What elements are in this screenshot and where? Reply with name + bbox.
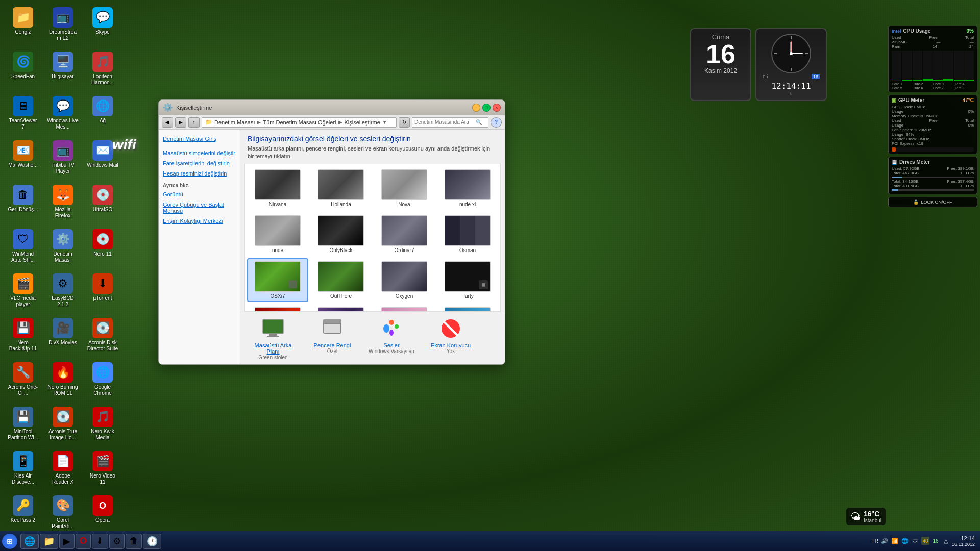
masaustu-icon [261,316,285,341]
theme-nova[interactable]: Nova [374,166,435,210]
icon-dreamstream[interactable]: 📺 DreamStream E2 [45,5,81,43]
sidebar-link-fare[interactable]: Fare işaretçilerini değiştirin [163,159,236,167]
footer-sesler[interactable]: Sesler Windows Varsayılan [366,316,417,360]
weather-widget: 🌤 16°C Istanbul [846,508,886,525]
sidebar-link-erisim[interactable]: Erişim Kolaylığı Merkezi [163,217,236,225]
search-input[interactable] [414,119,476,125]
tray-icon-2[interactable]: 📶 [891,537,899,545]
sidebar-link-gorev[interactable]: Görev Çubuğu ve Başlat Menüsü [163,201,236,215]
theme-outthere[interactable]: OutThere [310,258,372,302]
breadcrumb[interactable]: 📁 Denetim Masası ▶ Tüm Denetim Masası Öğ… [202,117,397,128]
tray-icon-notification[interactable]: 40 [921,537,929,545]
tray-icon-temp[interactable]: 16 [932,537,940,545]
icon-winmend[interactable]: 🛡 WinMend Auto Shi... [5,227,41,265]
theme-thumbnail-oxygen [381,261,427,292]
taskbar-weather[interactable]: 🌡 [92,534,108,549]
theme-pinkskull[interactable]: Pink Skull [374,304,435,312]
footer-pencere[interactable]: Pencere Rengi Özel [307,316,358,360]
icon-adobe[interactable]: 📄 Adobe Reader X [45,449,81,487]
icon-utorrent[interactable]: ⬇ µTorrent [85,271,120,310]
icon-mailwasher[interactable]: 📧 MailWashe... [5,138,41,177]
tray-icon-1[interactable]: 🔊 [880,537,889,545]
theme-nirvana[interactable]: Nirvana [247,166,308,210]
icon-firefox[interactable]: 🦊 Mozilla Firefox [45,183,81,221]
theme-pinkblack[interactable]: Pink & Black [310,304,372,312]
cpu-meter: Intel CPU Usage 0% Used Free Total 2325M… [888,26,977,92]
icon-divxmovies[interactable]: 🎥 DivX Movies [45,316,81,354]
icon-googlechrome[interactable]: 🌐 Google Chrome [85,360,120,398]
minimize-button[interactable]: − [472,104,480,112]
icon-nerobackup[interactable]: 💾 Nero BackItUp 11 [5,316,41,354]
theme-party[interactable]: ◼ Party [437,258,498,302]
help-button[interactable]: ? [491,117,502,128]
theme-nude[interactable]: nude [247,212,308,256]
icon-neroburing[interactable]: 🔥 Nero Burning ROM 11 [45,360,81,398]
icon-denetim[interactable]: ⚙️ Denetim Masası [45,227,81,265]
svg-rect-12 [267,336,279,337]
start-button[interactable]: ⊞ [2,534,17,549]
footer-ekran[interactable]: Ekran Koruyucu Yok [425,316,476,360]
back-button[interactable]: ◀ [162,117,173,128]
icon-ag[interactable]: 🌐 Ağ [85,94,120,132]
refresh-button[interactable]: ↻ [399,117,410,128]
icon-cengiz[interactable]: 📁 Cengiz [5,5,41,43]
sidebar-link-masaustu[interactable]: Masaüstü simgelerini değiştir [163,149,236,157]
tray-time: 12:14 16.11.2012 [952,535,975,548]
lock-widget[interactable]: 🔒 LOCK ON/OFF [888,197,977,207]
icon-minitool[interactable]: 💾 MiniTool Partition Wi... [5,405,41,443]
icon-easybcd[interactable]: ⚙ EasyBCD 2.1.2 [45,271,81,310]
tray-notif-expand[interactable]: △ [942,537,950,545]
theme-osxi7[interactable]: OSXi7 [247,258,308,302]
icon-nerokwik[interactable]: 🎵 Nero Kwik Media [85,405,120,443]
icon-corel[interactable]: 🎨 Corel PaintSh... [45,493,81,532]
icon-opera[interactable]: O Opera [85,493,120,532]
icon-skype[interactable]: 💬 Skype [85,5,120,43]
taskbar-explorer[interactable]: 📁 [40,534,58,549]
theme-osman[interactable]: Osman [437,212,498,256]
icon-speedfan[interactable]: 🌀 SpeedFan [5,49,41,88]
icon-vlc[interactable]: 🎬 VLC media player [5,271,41,310]
icon-keepass[interactable]: 🔑 KeePass 2 [5,493,41,532]
icon-acronistrue[interactable]: 💽 Acronis True Image Ho... [45,405,81,443]
icon-logitech[interactable]: 🎵 Logitech Harmon... [85,49,120,88]
theme-nudexl[interactable]: nude xl [437,166,498,210]
icon-kiesair[interactable]: 📱 Kies Air Discove... [5,449,41,487]
tray-icon-security[interactable]: 🛡 [911,537,919,545]
taskbar-tools[interactable]: ⚙ [109,534,125,549]
icon-bilgisayar[interactable]: 🖥️ Bilgisayar [45,49,81,88]
icon-teamviewer[interactable]: 🖥 TeamViewer 7 [5,94,41,132]
theme-ordinar7[interactable]: Ordinar7 [374,212,435,256]
tray-icon-network[interactable]: 🌐 [901,537,909,545]
sidebar-link-hesap[interactable]: Hesap resminizi değiştirin [163,169,236,178]
icon-windowslive[interactable]: 💬 Windows Live Mes... [45,94,81,132]
theme-pimpingred[interactable]: Pimping Red [247,304,308,312]
theme-pinkleo[interactable]: Pink-Leo [437,304,498,312]
taskbar-clock[interactable]: 🕐 [143,534,161,549]
taskbar-opera[interactable]: O [76,534,91,549]
theme-onlyblack[interactable]: OnlyBlack [310,212,372,256]
themes-container[interactable]: Nirvana Hollanda Nova nude xl [244,164,501,312]
maximize-button[interactable]: □ [482,104,491,112]
forward-button[interactable]: ▶ [175,117,186,128]
icon-nero11[interactable]: 💿 Nero 11 [85,227,120,265]
close-button[interactable]: × [493,104,501,112]
trash-taskbar-icon: 🗑 [129,536,138,546]
icon-geridonus[interactable]: 🗑 Geri Dönüş... [5,183,41,221]
footer-masaustu[interactable]: Masaüstü Arka Planı Green stolen [248,316,299,360]
icon-acronisoneclk[interactable]: 🔧 Acronis One-Cli... [5,360,41,398]
icon-ultraiso[interactable]: 💿 UltraISO [85,183,120,221]
icon-nerovideo[interactable]: 🎬 Nero Video 11 [85,449,120,487]
sidebar-link-denetim[interactable]: Denetim Masası Giriş [163,135,236,143]
icon-tribibu[interactable]: 📺 Tribibu TV Player [45,138,81,177]
icon-acronis[interactable]: 💽 Acronis Disk Director Suite [85,316,120,354]
search-bar[interactable]: 🔍 [412,117,488,128]
theme-hollanda[interactable]: Hollanda [310,166,372,210]
theme-oxygen[interactable]: Oxygen [374,258,435,302]
up-button[interactable]: ↑ [188,117,200,128]
sidebar-link-goruntu[interactable]: Görüntü [163,190,236,198]
theme-thumbnail-nirvana [255,169,301,200]
cpu-bars [892,51,974,81]
taskbar-wmp[interactable]: ▶ [59,534,75,549]
taskbar-ie[interactable]: 🌐 [20,534,39,549]
taskbar-trash[interactable]: 🗑 [126,534,142,549]
